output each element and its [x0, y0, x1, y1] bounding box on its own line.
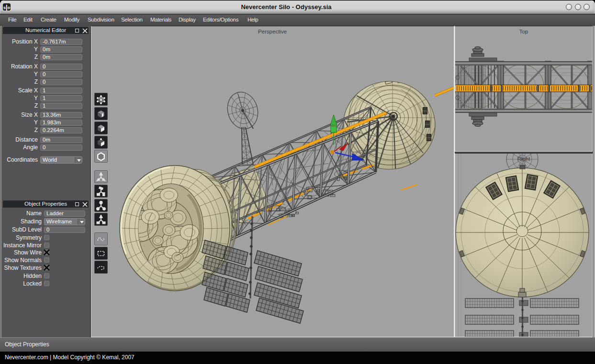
svg-text:Top: Top — [519, 29, 528, 34]
svg-text:Perspective: Perspective — [258, 29, 287, 34]
svg-text:Right: Right — [517, 156, 531, 162]
